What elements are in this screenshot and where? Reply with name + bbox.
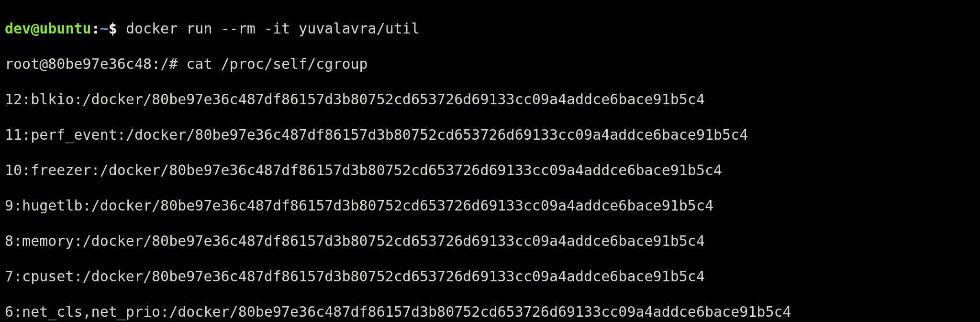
output-line: 12:blkio:/docker/80be97e36c487df86157d3b… (5, 90, 975, 108)
output-line: 8:memory:/docker/80be97e36c487df86157d3b… (5, 232, 975, 250)
output-line: 9:hugetlb:/docker/80be97e36c487df86157d3… (5, 197, 975, 214)
terminal[interactable]: dev@ubuntu:~$ docker run --rm -it yuvala… (0, 0, 980, 322)
prompt-path: ~ (100, 20, 109, 37)
prompt-sigil: $ (109, 20, 126, 37)
prompt-line-2: root@80be97e36c48:/# cat /proc/self/cgro… (5, 55, 975, 73)
output-line: 11:perf_event:/docker/80be97e36c487df861… (5, 126, 975, 144)
prompt-user: dev (5, 20, 31, 37)
command-1: docker run --rm -it yuvalavra/util (126, 20, 420, 37)
output-line: 7:cpuset:/docker/80be97e36c487df86157d3b… (5, 267, 975, 285)
prompt-host: ubuntu (39, 20, 91, 37)
prompt-at: @ (31, 20, 39, 37)
output-line: 6:net_cls,net_prio:/docker/80be97e36c487… (5, 303, 975, 321)
output-line: 10:freezer:/docker/80be97e36c487df86157d… (5, 161, 975, 179)
prompt-line-1: dev@ubuntu:~$ docker run --rm -it yuvala… (5, 20, 975, 37)
prompt-colon: : (91, 20, 100, 37)
